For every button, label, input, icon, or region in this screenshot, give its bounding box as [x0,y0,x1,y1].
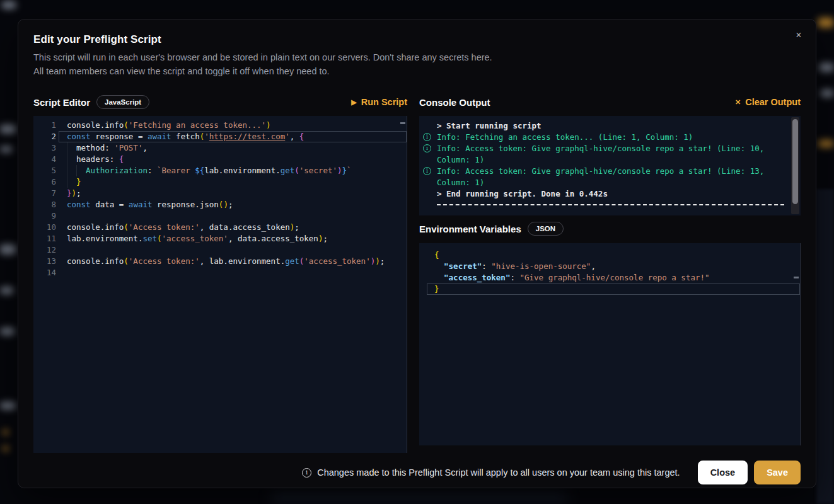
blurred-bg-dot [3,430,9,435]
output-column: Console Output ✕ Clear Output > Start ru… [419,93,801,453]
clear-output-label: Clear Output [745,97,801,107]
info-icon: i [302,468,311,478]
info-icon: i [423,133,431,141]
close-button[interactable]: Close [698,461,748,484]
console-line: > End running script. Done in 0.442s [423,188,801,200]
close-icon[interactable]: × [792,28,806,42]
console-output-title: Console Output [419,97,490,108]
line-number: 13 [33,256,56,267]
code-line: 11lab.environment.set('access_token', da… [33,233,407,244]
blurred-bg-text [818,18,834,28]
line-number: 3 [33,142,56,154]
run-script-label: Run Script [361,97,407,107]
dialog-description: This script will run in each user's brow… [33,50,801,78]
line-number: 2 [33,131,56,142]
console-line: > Start running script [423,120,801,132]
blurred-bg-text [820,89,834,97]
blurred-bg-text [819,63,834,72]
console-line: iInfo: Fetching an access token... (Line… [423,132,801,143]
blurred-bg-dot [3,446,9,451]
footer-note: i Changes made to this Preflight Script … [302,467,680,478]
code-line: 7}); [33,188,407,199]
info-icon: i [423,144,431,152]
line-number: 10 [33,222,56,233]
description-line-1: This script will run in each user's brow… [33,50,801,64]
script-editor-column: Script Editor JavaScript ▶ Run Script 1c… [33,93,407,453]
footer-note-text: Changes made to this Preflight Script wi… [317,467,680,478]
preflight-script-dialog: × Edit your Preflight Script This script… [18,19,816,488]
dialog-footer: i Changes made to this Preflight Script … [33,456,801,489]
code-line: } [419,284,800,295]
code-line: 4 headers: { [33,154,407,165]
console-scrollbar[interactable] [791,117,799,214]
blurred-bg-text [0,402,16,410]
info-icon: i [423,167,431,175]
console-line: iInfo: Access token: Give graphql-hive/c… [423,166,801,188]
blurred-bg-text [0,146,13,152]
console-output-panel: > Start running scriptiInfo: Fetching an… [419,116,801,215]
env-variables-title: Environment Variables [419,224,521,234]
line-number: 14 [33,267,56,278]
line-number: 4 [33,154,56,165]
line-number: 8 [33,199,56,210]
blurred-bg-strip [271,493,567,504]
line-number: 9 [33,210,56,222]
script-editor-header: Script Editor JavaScript ▶ Run Script [33,93,407,111]
code-line: 2const response = await fetch('https://t… [33,131,407,142]
dialog-title: Edit your Preflight Script [33,33,801,46]
env-variables-header: Environment Variables JSON [419,220,801,238]
blurred-bg-text [0,328,15,335]
code-line: 5 Authorization: `Bearer ${lab.environme… [33,165,407,176]
save-button[interactable]: Save [754,461,801,484]
script-editor-title: Script Editor [33,97,90,108]
run-script-button[interactable]: ▶ Run Script [351,97,407,107]
blurred-bg-text [1,1,16,9]
dialog-body: Script Editor JavaScript ▶ Run Script 1c… [33,93,801,453]
blurred-bg-panel [816,189,834,504]
console-scrollbar-thumb[interactable] [792,119,798,204]
script-code-editor[interactable]: 1console.info('Fetching an access token.… [33,116,407,453]
console-line: iInfo: Access token: Give graphql-hive/c… [423,143,801,166]
blurred-bg-text [818,140,834,147]
blurred-bg-text [0,287,14,294]
line-number: 7 [33,188,56,199]
code-line: 13console.info('Access token:', lab.envi… [33,256,407,267]
line-number: 5 [33,165,56,176]
code-line: { [419,249,800,261]
code-line: 9 [33,210,407,222]
code-line: 10console.info('Access token:', data.acc… [33,222,407,233]
line-number: 11 [33,233,56,244]
code-line: "access_token": "Give graphql-hive/conso… [419,272,800,284]
clear-output-button[interactable]: ✕ Clear Output [735,97,801,107]
line-number: 6 [33,176,56,188]
blurred-bg-text [0,244,16,255]
code-line: 12 [33,244,407,256]
json-badge: JSON [528,222,564,236]
code-line: 6 } [33,176,407,188]
description-line-2: All team members can view the script and… [33,64,801,78]
env-variables-editor[interactable]: { "secret": "hive-is-open-source", "acce… [419,243,801,445]
code-line: 1console.info('Fetching an access token.… [33,120,407,131]
console-output-header: Console Output ✕ Clear Output [419,93,801,111]
code-line: 3 method: 'POST', [33,142,407,154]
code-line: 8const data = await response.json(); [33,199,407,210]
code-line: 14 [33,267,407,278]
language-badge: JavaScript [96,95,149,109]
line-number: 1 [33,120,56,131]
code-line: "secret": "hive-is-open-source", [419,261,800,272]
blurred-bg-text [0,125,16,134]
play-icon: ▶ [351,98,356,106]
line-number: 12 [33,244,56,256]
clear-icon: ✕ [735,98,741,106]
console-separator [437,204,784,205]
